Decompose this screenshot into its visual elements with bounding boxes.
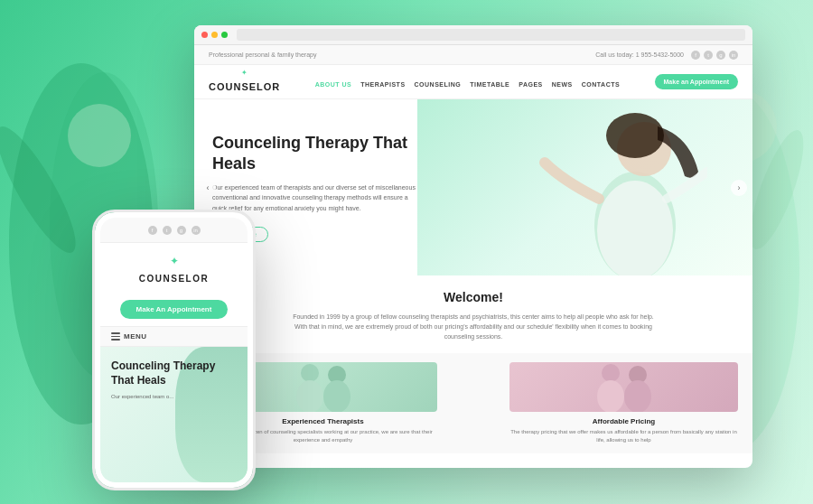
browser-dot-yellow bbox=[211, 32, 218, 38]
mobile-logo-area: ✦ COUNSELOR bbox=[100, 243, 248, 293]
feature-spacer bbox=[446, 362, 500, 444]
mobile-appointment-button[interactable]: Make An Appointment bbox=[120, 300, 229, 319]
nav-link-pages[interactable]: PAGES bbox=[519, 81, 543, 88]
nav-item-therapists[interactable]: THERAPISTS bbox=[360, 74, 405, 90]
mobile-mockup: f t g in ✦ COUNSELOR Make An Appointment… bbox=[95, 212, 253, 488]
mobile-social-facebook[interactable]: f bbox=[148, 226, 157, 235]
svg-point-18 bbox=[624, 380, 651, 412]
browser-mockup: Professional personal & family therapy C… bbox=[194, 25, 752, 468]
utility-right: Call us today: 1 955-5432-5000 f t g in bbox=[595, 51, 738, 60]
site-logo-container: ✦ COUNSELOR bbox=[209, 70, 280, 94]
mobile-inner: f t g in ✦ COUNSELOR Make An Appointment… bbox=[100, 218, 248, 482]
hamburger-icon bbox=[111, 332, 120, 341]
feature-title-2: Affordable Pricing bbox=[509, 417, 738, 425]
hero-prev-arrow[interactable]: ‹ bbox=[200, 180, 216, 196]
welcome-section: Welcome! Founded in 1999 by a group of f… bbox=[194, 275, 752, 353]
mobile-social-google[interactable]: g bbox=[177, 226, 186, 235]
svg-point-14 bbox=[323, 380, 350, 412]
browser-dot-red bbox=[201, 32, 208, 38]
nav-link-contacts[interactable]: CONTACTS bbox=[582, 81, 620, 88]
feature-img-people-2 bbox=[509, 362, 738, 412]
hamburger-line-2 bbox=[111, 336, 120, 338]
svg-point-3 bbox=[68, 104, 131, 167]
site-appointment-button[interactable]: Make an Appointment bbox=[655, 74, 738, 89]
hero-section: Counceling Therapy That Heals Our experi… bbox=[194, 99, 752, 275]
mobile-logo-sun-icon: ✦ bbox=[100, 256, 248, 266]
mobile-hero-title: Counceling Therapy That Heals bbox=[111, 359, 237, 387]
svg-point-9 bbox=[606, 113, 664, 158]
browser-topbar bbox=[194, 25, 752, 45]
mobile-topbar: f t g in bbox=[100, 218, 248, 243]
hamburger-line-3 bbox=[111, 339, 120, 341]
svg-point-15 bbox=[602, 364, 620, 382]
social-icon-linkedin[interactable]: in bbox=[729, 51, 738, 60]
utility-tagline: Professional personal & family therapy bbox=[209, 51, 316, 58]
social-icon-facebook[interactable]: f bbox=[691, 51, 700, 60]
browser-address-bar bbox=[237, 29, 745, 41]
mobile-hero: Counceling Therapy That Heals Our experi… bbox=[100, 347, 248, 482]
mobile-logo: COUNSELOR bbox=[139, 274, 209, 284]
welcome-text: Founded in 1999 by a group of fellow cou… bbox=[293, 312, 654, 342]
browser-dot-green bbox=[221, 32, 228, 38]
utility-social-icons: f t g in bbox=[691, 51, 738, 60]
features-row: Experienced Therapists With almost a doz… bbox=[194, 353, 752, 453]
site-nav-links: ABOUT US THERAPISTS COUNSELING TIMETABLE… bbox=[315, 74, 621, 90]
social-icon-twitter[interactable]: t bbox=[704, 51, 713, 60]
feature-text-2: The therapy pricing that we offer makes … bbox=[509, 428, 738, 444]
welcome-title: Welcome! bbox=[212, 290, 734, 304]
mobile-social-linkedin[interactable]: in bbox=[192, 226, 201, 235]
hamburger-line-1 bbox=[111, 332, 120, 334]
mobile-hero-desc: Our experienced team o... bbox=[111, 393, 237, 401]
social-icon-google[interactable]: g bbox=[716, 51, 725, 60]
svg-point-11 bbox=[301, 364, 319, 382]
nav-item-news[interactable]: NEWS bbox=[552, 74, 573, 90]
nav-item-pages[interactable]: PAGES bbox=[519, 74, 543, 90]
site-logo[interactable]: COUNSELOR bbox=[209, 81, 280, 92]
hero-woman-figure bbox=[527, 99, 707, 275]
site-utility-bar: Professional personal & family therapy C… bbox=[194, 45, 752, 65]
feature-image-2 bbox=[509, 362, 738, 412]
nav-item-about[interactable]: ABOUT US bbox=[315, 74, 352, 90]
mobile-menu-label: MENU bbox=[124, 332, 147, 341]
mobile-social-twitter[interactable]: t bbox=[163, 226, 172, 235]
hero-title: Counceling Therapy That Heals bbox=[212, 133, 420, 173]
nav-link-counseling[interactable]: COUNSELING bbox=[415, 81, 462, 88]
feature-card-2: Affordable Pricing The therapy pricing t… bbox=[509, 362, 738, 444]
nav-link-therapists[interactable]: THERAPISTS bbox=[360, 81, 405, 88]
svg-point-10 bbox=[597, 181, 673, 275]
nav-item-contacts[interactable]: CONTACTS bbox=[582, 74, 620, 90]
svg-point-16 bbox=[597, 380, 624, 412]
nav-link-news[interactable]: NEWS bbox=[552, 81, 573, 88]
svg-point-12 bbox=[296, 380, 323, 412]
nav-item-timetable[interactable]: TIMETABLE bbox=[470, 74, 509, 90]
chevron-right-icon: › bbox=[738, 183, 741, 192]
hero-description: Our experienced team of therapists and o… bbox=[212, 182, 420, 213]
nav-item-counseling[interactable]: COUNSELING bbox=[415, 74, 462, 90]
nav-link-about[interactable]: ABOUT US bbox=[315, 81, 352, 88]
nav-link-timetable[interactable]: TIMETABLE bbox=[470, 81, 509, 88]
mobile-menu-bar[interactable]: MENU bbox=[100, 326, 248, 347]
site-navbar: ✦ COUNSELOR ABOUT US THERAPISTS COUNSELI… bbox=[194, 65, 752, 99]
utility-phone: Call us today: 1 955-5432-5000 bbox=[595, 51, 684, 58]
logo-sun-icon: ✦ bbox=[209, 70, 280, 77]
chevron-left-icon: ‹ bbox=[207, 183, 210, 192]
hero-next-arrow[interactable]: › bbox=[731, 180, 747, 196]
